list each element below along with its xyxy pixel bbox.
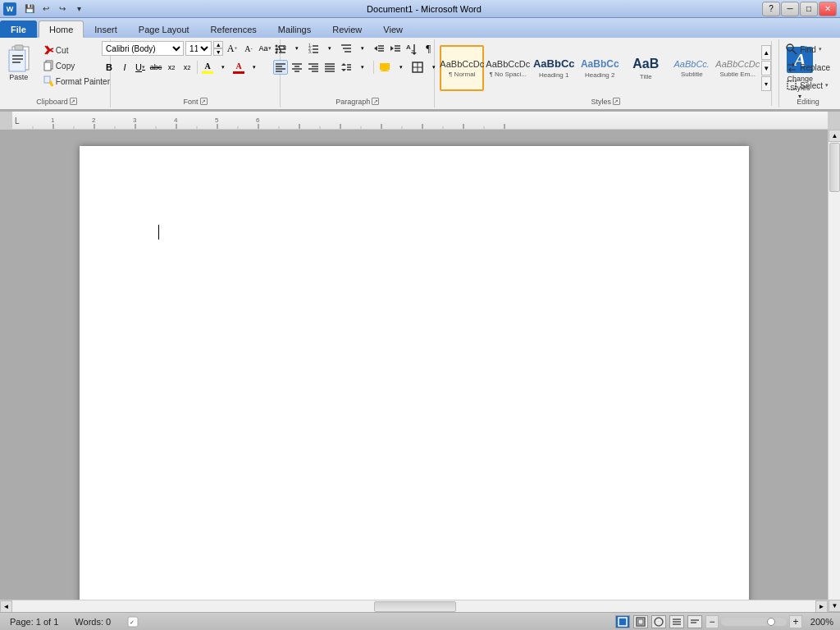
align-center-btn[interactable] [290, 60, 304, 75]
zoom-out-btn[interactable]: − [705, 615, 719, 628]
tab-home[interactable]: Home [39, 21, 84, 38]
bold-btn[interactable]: B [102, 60, 116, 75]
grow-font-btn[interactable]: A+ [225, 41, 240, 56]
sort-btn[interactable]: AZ [404, 41, 419, 56]
page-status[interactable]: Page: 1 of 1 [7, 616, 62, 628]
font-size-increase[interactable]: ▲ [213, 41, 223, 48]
zoom-in-btn[interactable]: + [789, 615, 802, 628]
language-status[interactable]: ✓ [124, 615, 142, 628]
hscroll-left-btn[interactable]: ◄ [0, 600, 12, 613]
print-layout-btn[interactable] [615, 615, 630, 628]
ruler: 1 2 3 4 5 6 [0, 112, 840, 130]
find-btn[interactable]: Find ▾ [780, 41, 827, 57]
document-area[interactable] [0, 130, 828, 600]
font-size-select[interactable]: 11 [185, 41, 212, 56]
app-icon: W [3, 2, 16, 16]
paragraph-expand[interactable]: ↗ [372, 98, 379, 105]
paste-button[interactable]: Paste [0, 41, 38, 84]
text-highlight-btn[interactable]: A [200, 60, 215, 75]
styles-expand[interactable]: ↗ [613, 98, 620, 105]
align-right-btn[interactable] [306, 60, 321, 75]
select-btn[interactable]: Select ▾ [780, 77, 834, 94]
font-expand[interactable]: ↗ [200, 98, 208, 105]
tab-page-layout[interactable]: Page Layout [128, 21, 200, 38]
undo-quick-btn[interactable]: ↩ [39, 2, 53, 16]
style-subtitle[interactable]: AaBbCc. Subtitle [669, 45, 714, 91]
multilevel-btn[interactable] [339, 41, 354, 56]
words-status[interactable]: Words: 0 [71, 616, 114, 628]
vscroll-track[interactable] [829, 142, 840, 600]
tab-review[interactable]: Review [322, 21, 372, 38]
styles-scroll-up[interactable]: ▲ [761, 45, 771, 60]
superscript-btn[interactable]: x2 [180, 60, 194, 75]
shrink-font-btn[interactable]: A- [241, 41, 256, 56]
style-normal[interactable]: AaBbCcDc ¶ Normal [440, 45, 484, 91]
decrease-indent-btn[interactable] [372, 41, 386, 56]
minimize-btn[interactable]: ─ [781, 2, 799, 16]
svg-rect-67 [788, 81, 796, 89]
tab-file[interactable]: File [0, 21, 37, 38]
increase-indent-btn[interactable] [388, 41, 403, 56]
save-quick-btn[interactable]: 💾 [22, 2, 37, 16]
numbering-btn[interactable]: 1.2.3. [306, 41, 321, 56]
tab-view[interactable]: View [372, 21, 413, 38]
subscript-btn[interactable]: x2 [164, 60, 179, 75]
justify-btn[interactable] [322, 60, 337, 75]
shading-arrow[interactable]: ▾ [394, 60, 409, 75]
zoom-slider[interactable] [721, 618, 787, 626]
outline-btn[interactable] [669, 615, 684, 628]
style-title[interactable]: AaB Title [623, 45, 668, 91]
font-color-arrow[interactable]: ▾ [247, 60, 262, 75]
change-case-btn[interactable]: Aa▾ [258, 41, 272, 56]
clipboard-expand[interactable]: ↗ [70, 98, 77, 105]
vscroll-thumb[interactable] [829, 143, 840, 192]
strikethrough-btn[interactable]: abc [148, 60, 163, 75]
font-color-btn[interactable]: A [231, 60, 246, 75]
tab-mailings[interactable]: Mailings [267, 21, 322, 38]
tab-insert[interactable]: Insert [84, 21, 128, 38]
styles-scroll-down[interactable]: ▼ [761, 61, 771, 75]
vscroll-down-btn[interactable]: ▼ [829, 600, 840, 612]
font-name-select[interactable]: Calibri (Body) [102, 41, 184, 56]
clipboard-content: Paste Cut Copy Format Painter [0, 41, 113, 96]
align-left-btn[interactable] [273, 60, 288, 75]
document-page[interactable] [80, 146, 749, 600]
svg-marker-55 [341, 63, 346, 66]
redo-quick-btn[interactable]: ↪ [55, 2, 70, 16]
styles-scroll-more[interactable]: ▾ [761, 76, 771, 91]
zoom-thumb[interactable] [767, 618, 775, 626]
line-spacing-arrow[interactable]: ▾ [355, 60, 370, 75]
svg-point-16 [276, 52, 278, 54]
shading-btn[interactable] [377, 60, 392, 75]
close-btn[interactable]: ✕ [819, 2, 837, 16]
style-no-spacing[interactable]: AaBbCcDc ¶ No Spaci... [486, 45, 530, 91]
font-size-decrease[interactable]: ▼ [213, 48, 223, 56]
draft-btn[interactable] [687, 615, 702, 628]
zoom-percent: 200% [805, 617, 833, 627]
customize-quick-btn[interactable]: ▾ [71, 2, 86, 16]
bullets-btn[interactable] [273, 41, 288, 56]
underline-btn[interactable]: U▾ [133, 60, 148, 75]
style-heading1[interactable]: AaBbCc Heading 1 [532, 45, 576, 91]
numbering-arrow[interactable]: ▾ [322, 41, 337, 56]
hscroll-track[interactable] [12, 600, 815, 612]
maximize-btn[interactable]: □ [800, 2, 818, 16]
full-screen-btn[interactable] [633, 615, 648, 628]
italic-btn[interactable]: I [117, 60, 132, 75]
help-btn[interactable]: ? [762, 2, 780, 16]
highlight-arrow[interactable]: ▾ [216, 60, 231, 75]
style-subtle-em[interactable]: AaBbCcDc Subtle Em... [715, 45, 760, 91]
svg-rect-9 [44, 62, 51, 71]
hscroll-thumb[interactable] [374, 601, 456, 612]
vscroll-up-btn[interactable]: ▲ [829, 130, 840, 142]
replace-btn[interactable]: Replace [780, 59, 836, 75]
style-heading2[interactable]: AaBbCc Heading 2 [578, 45, 622, 91]
hscroll-right-btn[interactable]: ► [815, 600, 828, 613]
line-spacing-btn[interactable] [339, 60, 354, 75]
web-layout-btn[interactable] [651, 615, 666, 628]
bullets-arrow[interactable]: ▾ [290, 41, 304, 56]
show-formatting-btn[interactable]: ¶ [421, 41, 436, 56]
multilevel-arrow[interactable]: ▾ [355, 41, 370, 56]
borders-btn[interactable] [410, 60, 425, 75]
tab-references[interactable]: References [200, 21, 267, 38]
